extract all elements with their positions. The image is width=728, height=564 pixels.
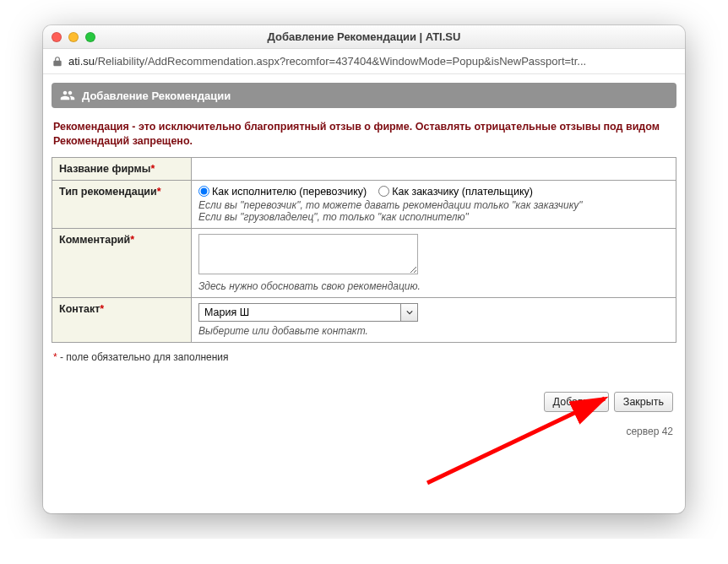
row-comment: Комментарий* Здесь нужно обосновать свою… <box>52 228 676 297</box>
required-footnote: * - поле обязательно для заполнения <box>53 351 675 363</box>
page-header: Добавление Рекомендации <box>52 83 676 108</box>
people-icon <box>60 88 75 103</box>
row-type: Тип рекомендации* Как исполнителю (перев… <box>52 180 676 228</box>
window-close-icon[interactable] <box>52 32 62 42</box>
window-zoom-icon[interactable] <box>85 32 95 42</box>
contact-select[interactable]: Мария Ш <box>198 303 418 322</box>
window-minimize-icon[interactable] <box>68 32 79 42</box>
row-company: Название фирмы* <box>52 157 676 180</box>
row-contact: Контакт* Мария Ш Выберите или добавьте к… <box>52 297 676 342</box>
contact-hint: Выберите или добавьте контакт. <box>198 325 669 337</box>
close-button[interactable]: Закрыть <box>614 392 673 412</box>
radio-executor[interactable]: Как исполнителю (перевозчику) <box>198 186 367 198</box>
page-header-title: Добавление Рекомендации <box>82 89 231 102</box>
comment-input[interactable] <box>198 234 418 274</box>
radio-customer[interactable]: Как заказчику (плательщику) <box>378 186 533 198</box>
window-title: Добавление Рекомендации | ATI.SU <box>43 30 685 43</box>
label-company: Название фирмы* <box>52 157 192 180</box>
label-comment: Комментарий* <box>52 228 192 297</box>
add-button[interactable]: Добавить <box>544 392 609 412</box>
label-contact: Контакт* <box>52 297 192 342</box>
addressbar: ati.su/Reliability/AddRecommendation.asp… <box>43 49 685 74</box>
comment-hint: Здесь нужно обосновать свою рекомендацию… <box>198 280 669 292</box>
type-hint-1: Если вы "перевозчик", то можете давать р… <box>198 199 669 211</box>
cell-company <box>192 157 676 180</box>
popup-window: Добавление Рекомендации | ATI.SU ati.su/… <box>43 25 685 513</box>
warning-text: Рекомендация - это исключительно благопр… <box>53 120 675 149</box>
type-hint-2: Если вы "грузовладелец", то только "как … <box>198 211 669 223</box>
radio-executor-input[interactable] <box>198 186 209 197</box>
lock-icon <box>52 56 63 68</box>
server-label: сервер 42 <box>52 426 676 437</box>
label-type: Тип рекомендации* <box>52 180 192 228</box>
titlebar: Добавление Рекомендации | ATI.SU <box>43 25 685 49</box>
url-text: ati.su/Reliability/AddRecommendation.asp… <box>68 55 586 68</box>
chevron-down-icon[interactable] <box>400 304 417 321</box>
radio-customer-input[interactable] <box>378 186 389 197</box>
contact-select-value: Мария Ш <box>199 304 400 321</box>
form-table: Название фирмы* Тип рекомендации* Как ис… <box>52 157 676 343</box>
